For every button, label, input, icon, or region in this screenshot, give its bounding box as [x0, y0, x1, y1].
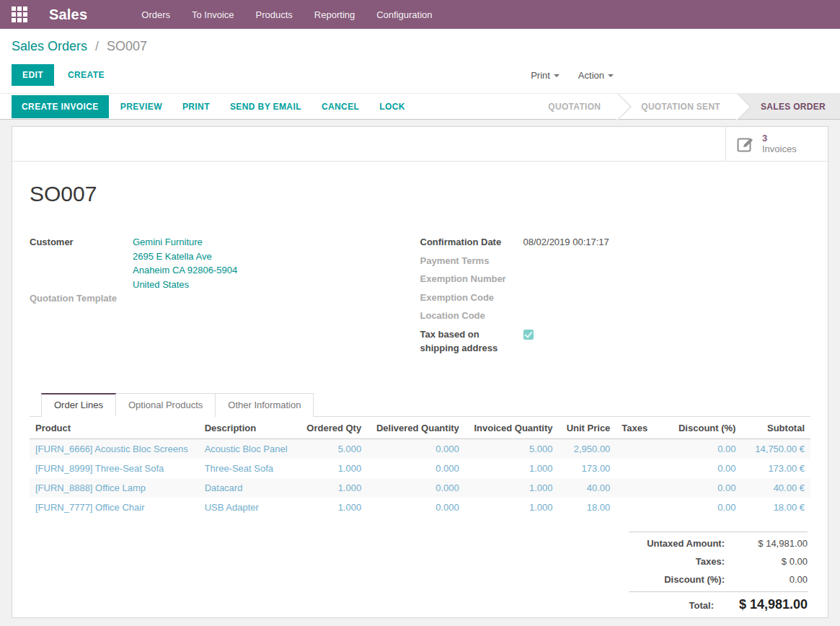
- tax-shipping-checkbox[interactable]: [523, 330, 534, 340]
- cell-subtotal[interactable]: 173.00 €: [741, 459, 810, 478]
- cell-description[interactable]: Three-Seat Sofa: [199, 459, 300, 478]
- cell-invoiced-qty[interactable]: 1.000: [465, 478, 559, 498]
- cell-delivered-qty[interactable]: 0.000: [367, 438, 465, 459]
- cell-unit-price[interactable]: 18.00: [559, 498, 616, 517]
- menu-products[interactable]: Products: [245, 0, 304, 29]
- breadcrumb-sales-orders[interactable]: Sales Orders: [12, 39, 87, 53]
- cell-taxes[interactable]: [616, 438, 655, 459]
- discount-label: Discount (%):: [664, 574, 725, 585]
- cell-discount[interactable]: 0.00: [655, 459, 742, 478]
- cell-subtotal[interactable]: 40.00 €: [741, 478, 810, 498]
- cancel-button[interactable]: CANCEL: [313, 95, 368, 118]
- cell-subtotal[interactable]: 14,750.00 €: [741, 438, 810, 459]
- top-menu: Orders To Invoice Products Reporting Con…: [131, 0, 443, 29]
- cell-description[interactable]: Datacard: [199, 478, 300, 498]
- cell-ordered-qty[interactable]: 1.000: [300, 478, 368, 498]
- invoices-smart-button[interactable]: 3 Invoices: [725, 127, 828, 161]
- top-navbar: Sales Orders To Invoice Products Reporti…: [0, 0, 840, 29]
- cell-taxes[interactable]: [616, 459, 655, 478]
- breadcrumb: Sales Orders / SO007: [12, 39, 828, 54]
- col-discount: Discount (%): [655, 417, 742, 439]
- cell-ordered-qty[interactable]: 1.000: [300, 459, 368, 478]
- customer-city-link[interactable]: Anaheim CA 92806-5904: [133, 263, 237, 278]
- breadcrumb-separator: /: [95, 39, 99, 53]
- cell-invoiced-qty[interactable]: 5.000: [465, 438, 559, 459]
- menu-to-invoice[interactable]: To Invoice: [181, 0, 245, 29]
- col-invoiced-qty: Invoiced Quantity: [465, 417, 559, 439]
- cell-unit-price[interactable]: 2,950.00: [559, 438, 616, 459]
- order-line-row[interactable]: [FURN_7777] Office Chair USB Adapter 1.0…: [30, 498, 810, 517]
- sheet-header: 3 Invoices: [12, 127, 828, 162]
- table-header-row: Product Description Ordered Qty Delivere…: [30, 417, 810, 439]
- menu-reporting[interactable]: Reporting: [304, 0, 366, 29]
- create-button[interactable]: CREATE: [58, 64, 114, 86]
- customer-name-link[interactable]: Gemini Furniture: [133, 235, 237, 250]
- cell-delivered-qty[interactable]: 0.000: [367, 459, 465, 478]
- col-ordered-qty: Ordered Qty: [300, 417, 368, 439]
- cell-unit-price[interactable]: 40.00: [559, 478, 616, 498]
- step-quotation-sent[interactable]: QUOTATION SENT: [618, 94, 738, 119]
- col-unit-price: Unit Price: [559, 417, 616, 439]
- apps-grid-icon[interactable]: [12, 6, 27, 22]
- cell-delivered-qty[interactable]: 0.000: [367, 498, 465, 517]
- confirmation-date-value: 08/02/2019 00:17:17: [523, 235, 609, 250]
- tab-optional-products[interactable]: Optional Products: [116, 393, 216, 417]
- print-label: Print: [531, 70, 550, 81]
- form-sheet: 3 Invoices SO007 Customer Gemini Furnitu…: [12, 126, 828, 618]
- col-product: Product: [30, 417, 199, 439]
- cell-description[interactable]: USB Adapter: [199, 498, 300, 517]
- cell-product[interactable]: [FURN_8888] Office Lamp: [30, 478, 199, 498]
- order-lines-table: Product Description Ordered Qty Delivere…: [30, 417, 810, 517]
- cell-ordered-qty[interactable]: 5.000: [300, 438, 368, 459]
- cell-unit-price[interactable]: 173.00: [559, 459, 616, 478]
- print-button[interactable]: PRINT: [174, 95, 218, 118]
- cell-description[interactable]: Acoustic Bloc Panel: [199, 438, 300, 459]
- exemption-number-label: Exemption Number: [420, 272, 523, 286]
- cell-subtotal[interactable]: 18.00 €: [741, 498, 810, 517]
- customer-street-link[interactable]: 2695 E Katella Ave: [133, 250, 237, 264]
- cell-discount[interactable]: 0.00: [655, 498, 742, 517]
- cell-discount[interactable]: 0.00: [655, 438, 742, 459]
- taxes-label: Taxes:: [696, 556, 725, 567]
- edit-button[interactable]: EDIT: [12, 64, 54, 86]
- cell-product[interactable]: [FURN_8999] Three-Seat Sofa: [30, 459, 199, 478]
- app-brand[interactable]: Sales: [49, 6, 87, 23]
- menu-orders[interactable]: Orders: [131, 0, 181, 29]
- tab-order-lines[interactable]: Order Lines: [41, 393, 116, 417]
- cell-taxes[interactable]: [616, 478, 655, 498]
- menu-configuration[interactable]: Configuration: [366, 0, 443, 29]
- cell-discount[interactable]: 0.00: [655, 478, 742, 498]
- untaxed-amount-value: $ 14,981.00: [725, 538, 808, 549]
- print-dropdown[interactable]: Print: [525, 66, 565, 85]
- lock-button[interactable]: LOCK: [371, 95, 414, 118]
- payment-terms-label: Payment Terms: [420, 254, 523, 268]
- tab-other-information[interactable]: Other Information: [216, 393, 314, 417]
- order-line-row[interactable]: [FURN_8999] Three-Seat Sofa Three-Seat S…: [30, 459, 810, 478]
- cell-invoiced-qty[interactable]: 1.000: [465, 459, 559, 478]
- col-taxes: Taxes: [616, 417, 655, 439]
- order-line-row[interactable]: [FURN_6666] Acoustic Bloc Screens Acoust…: [30, 438, 810, 459]
- control-panel: Sales Orders / SO007 EDIT CREATE Print A…: [0, 29, 840, 93]
- step-quotation[interactable]: QUOTATION: [531, 94, 618, 119]
- cell-product[interactable]: [FURN_6666] Acoustic Bloc Screens: [30, 438, 199, 459]
- cell-product[interactable]: [FURN_7777] Office Chair: [30, 498, 199, 517]
- chevron-down-icon: [554, 74, 560, 77]
- order-line-row[interactable]: [FURN_8888] Office Lamp Datacard 1.000 0…: [30, 478, 810, 498]
- cell-ordered-qty[interactable]: 1.000: [300, 498, 368, 517]
- invoices-count: 3: [762, 133, 797, 144]
- create-invoice-button[interactable]: CREATE INVOICE: [12, 95, 109, 118]
- cell-taxes[interactable]: [616, 498, 655, 517]
- col-delivered-qty: Delivered Quantity: [367, 417, 465, 439]
- cell-invoiced-qty[interactable]: 1.000: [465, 498, 559, 517]
- send-by-email-button[interactable]: SEND BY EMAIL: [221, 95, 310, 118]
- customer-country-link[interactable]: United States: [133, 278, 237, 292]
- cell-delivered-qty[interactable]: 0.000: [367, 478, 465, 498]
- action-dropdown[interactable]: Action: [572, 66, 619, 85]
- preview-button[interactable]: PREVIEW: [112, 95, 171, 118]
- customer-value: Gemini Furniture 2695 E Katella Ave Anah…: [133, 235, 237, 291]
- field-grid: Customer Gemini Furniture 2695 E Katella…: [30, 235, 810, 360]
- status-steps: QUOTATION QUOTATION SENT SALES ORDER: [531, 94, 840, 119]
- customer-label: Customer: [30, 235, 133, 291]
- step-sales-order[interactable]: SALES ORDER: [738, 94, 840, 119]
- confirmation-date-label: Confirmation Date: [420, 235, 523, 250]
